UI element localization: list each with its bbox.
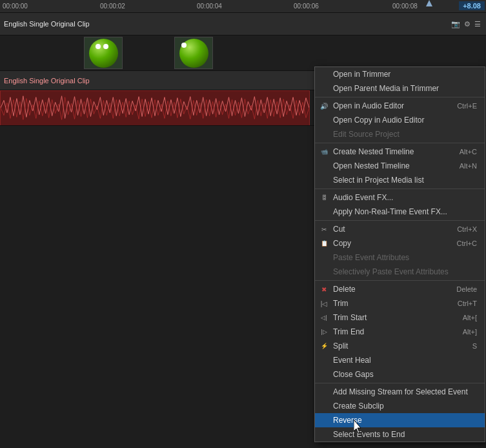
menu-item-label: Add Missing Stream for Selected Event bbox=[333, 387, 477, 396]
menu-item-select-project[interactable]: Select in Project Media list bbox=[315, 173, 485, 187]
menu-item-add-missing[interactable]: Add Missing Stream for Selected Event bbox=[315, 385, 485, 399]
fx-icon: 🎛 bbox=[319, 192, 329, 203]
menu-item-label: Open Parent Media in Trimmer bbox=[333, 84, 477, 93]
menu-item-selective-paste: Selectively Paste Event Attributes bbox=[315, 265, 485, 279]
nested-icon: 📹 bbox=[319, 147, 329, 157]
trim-end-icon: |▷ bbox=[319, 327, 329, 337]
audio-icon: 🔊 bbox=[319, 101, 329, 111]
delete-icon: ✖ bbox=[319, 284, 329, 294]
menu-item-label: Split bbox=[333, 341, 460, 351]
menu-item-shortcut: Delete bbox=[456, 285, 477, 293]
menu-item-label: Event Heal bbox=[333, 356, 477, 365]
svg-marker-0 bbox=[426, 0, 432, 6]
menu-item-label: Open in Trimmer bbox=[333, 70, 477, 79]
timecode-4: 00:00:08 bbox=[392, 3, 418, 10]
video-track-label-row: English Single Original Clip 📷 ⚙ ☰ bbox=[0, 13, 486, 36]
menu-item-label: Copy bbox=[333, 239, 444, 248]
menu-item-create-nested[interactable]: 📹 Create Nested Timeline Alt+C bbox=[315, 145, 485, 159]
timecode-ruler: 00:00:00 00:00:02 00:00:04 00:00:06 00:0… bbox=[0, 0, 486, 13]
menu-item-label: Open Copy in Audio Editor bbox=[333, 116, 477, 125]
timecode-display: +8.08 bbox=[459, 1, 485, 10]
audio-clip[interactable]: // This will be drawn via rects in the S… bbox=[0, 90, 310, 126]
menu-item-edit-source: Edit Source Project bbox=[315, 127, 485, 141]
menu-item-create-subclip[interactable]: Create Subclip bbox=[315, 399, 485, 413]
trim-icon: |◁ bbox=[319, 298, 329, 309]
timecode-0: 00:00:00 bbox=[3, 3, 28, 10]
cut-icon: ✂ bbox=[319, 224, 329, 234]
context-menu: Open in Trimmer Open Parent Media in Tri… bbox=[314, 66, 485, 442]
audio-track-label: English Single Original Clip bbox=[4, 77, 90, 85]
menu-item-audio-fx[interactable]: 🎛 Audio Event FX... bbox=[315, 190, 485, 205]
audio-waveform: // This will be drawn via rects in the S… bbox=[1, 91, 309, 125]
menu-item-label: Audio Event FX... bbox=[333, 193, 477, 202]
track-icons: 📷 ⚙ ☰ bbox=[451, 20, 481, 28]
menu-item-delete[interactable]: ✖ Delete Delete bbox=[315, 282, 485, 296]
menu-item-trim-start[interactable]: ◁| Trim Start Alt+[ bbox=[315, 311, 485, 325]
video-track-label: English Single Original Clip bbox=[4, 20, 90, 28]
video-clip-2[interactable] bbox=[174, 37, 213, 69]
menu-item-shortcut: Alt+C bbox=[460, 148, 477, 156]
menu-item-split[interactable]: ⚡ Split S bbox=[315, 339, 485, 353]
menu-item-open-audio[interactable]: 🔊 Open in Audio Editor Ctrl+E bbox=[315, 99, 485, 113]
menu-item-trim[interactable]: |◁ Trim Ctrl+T bbox=[315, 296, 485, 311]
menu-item-label: Select Events to End bbox=[333, 430, 477, 439]
menu-item-open-copy-audio[interactable]: Open Copy in Audio Editor bbox=[315, 113, 485, 127]
menu-item-apply-fx[interactable]: Apply Non-Real-Time Event FX... bbox=[315, 205, 485, 219]
menu-item-shortcut: Ctrl+C bbox=[457, 239, 477, 247]
timecode-1: 00:00:02 bbox=[100, 3, 125, 10]
menu-item-shortcut: Ctrl+X bbox=[457, 225, 477, 233]
menu-item-event-heal[interactable]: Event Heal bbox=[315, 353, 485, 367]
track-icon-settings[interactable]: ⚙ bbox=[464, 20, 471, 28]
app-container: +8.08 00:00:00 00:00:02 00:00:04 00:00:0… bbox=[0, 0, 486, 448]
menu-item-label: Cut bbox=[333, 225, 444, 234]
trim-start-icon: ◁| bbox=[319, 312, 329, 323]
playhead-marker bbox=[426, 0, 432, 13]
menu-item-open-nested[interactable]: Open Nested Timeline Alt+N bbox=[315, 159, 485, 173]
menu-item-shortcut: S bbox=[472, 342, 477, 350]
menu-item-label: Trim Start bbox=[333, 313, 450, 322]
menu-item-reverse[interactable]: Reverse bbox=[315, 413, 485, 427]
copy-icon: 📋 bbox=[319, 238, 329, 249]
menu-item-label: Reverse bbox=[333, 416, 477, 425]
menu-item-open-parent[interactable]: Open Parent Media in Trimmer bbox=[315, 81, 485, 96]
menu-item-cut[interactable]: ✂ Cut Ctrl+X bbox=[315, 222, 485, 236]
menu-item-label: Trim End bbox=[333, 327, 450, 336]
video-track-content bbox=[0, 36, 486, 71]
timecode-3: 00:00:06 bbox=[294, 3, 319, 10]
menu-item-label: Paste Event Attributes bbox=[333, 253, 477, 262]
menu-item-open-trimmer[interactable]: Open in Trimmer bbox=[315, 67, 485, 81]
menu-item-label: Delete bbox=[333, 285, 443, 294]
timecode-2: 00:00:04 bbox=[197, 3, 222, 10]
menu-item-shortcut: Ctrl+E bbox=[457, 102, 477, 110]
menu-item-shortcut: Alt+[ bbox=[463, 314, 477, 321]
menu-item-label: Edit Source Project bbox=[333, 130, 477, 139]
menu-item-label: Open in Audio Editor bbox=[333, 101, 444, 110]
menu-item-label: Open Nested Timeline bbox=[333, 161, 447, 170]
menu-item-select-events-end[interactable]: Select Events to End bbox=[315, 427, 485, 442]
menu-item-label: Trim bbox=[333, 299, 445, 308]
menu-item-label: Select in Project Media list bbox=[333, 176, 477, 185]
track-icon-media[interactable]: 📷 bbox=[451, 20, 460, 28]
menu-item-close-gaps[interactable]: Close Gaps bbox=[315, 367, 485, 382]
menu-item-label: Create Subclip bbox=[333, 402, 477, 411]
menu-item-copy[interactable]: 📋 Copy Ctrl+C bbox=[315, 236, 485, 250]
menu-item-label: Create Nested Timeline bbox=[333, 147, 447, 156]
menu-item-shortcut: Ctrl+T bbox=[458, 300, 477, 307]
split-icon: ⚡ bbox=[319, 341, 329, 351]
menu-item-trim-end[interactable]: |▷ Trim End Alt+] bbox=[315, 325, 485, 339]
menu-item-shortcut: Alt+] bbox=[463, 328, 477, 336]
menu-item-paste-attr: Paste Event Attributes bbox=[315, 250, 485, 265]
menu-item-label: Selectively Paste Event Attributes bbox=[333, 267, 477, 276]
menu-item-shortcut: Alt+N bbox=[460, 162, 477, 170]
menu-item-label: Apply Non-Real-Time Event FX... bbox=[333, 207, 477, 216]
video-clip[interactable] bbox=[84, 37, 123, 69]
track-icon-menu[interactable]: ☰ bbox=[474, 20, 481, 28]
menu-item-label: Close Gaps bbox=[333, 370, 477, 379]
